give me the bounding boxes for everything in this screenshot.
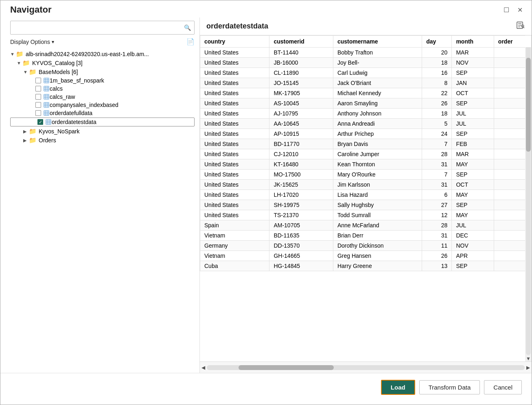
orders-icon: 📁	[29, 137, 37, 144]
scroll-vert-thumb[interactable]	[526, 58, 531, 152]
table-cell: United States	[200, 98, 269, 109]
svg-rect-20	[44, 111, 49, 115]
basemodels-arrow: ▼	[23, 70, 29, 74]
transform-button[interactable]: Transform Data	[419, 380, 480, 394]
checkbox-orderdatetest[interactable]	[37, 119, 43, 125]
checkbox-companysales[interactable]	[35, 102, 41, 108]
checkbox-1m[interactable]	[35, 78, 41, 83]
table-cell: SEP	[452, 98, 494, 109]
table-row: United StatesAS-10045Aaron Smayling26SEP	[200, 98, 532, 109]
table-cell: Michael Kennedy	[333, 88, 422, 98]
table-cell: Joy Bell-	[333, 58, 422, 68]
tree-item-orderdatefull[interactable]: orderdatefulldata	[10, 109, 195, 117]
data-table-wrap: country customerid customername day mont…	[200, 35, 532, 373]
table-cell: 11	[422, 241, 452, 251]
tree-item-companysales[interactable]: companysales_indexbased	[10, 101, 195, 109]
table-cell: United States	[200, 48, 269, 58]
table-row: United StatesAP-10915Arthur Prichep24SEP	[200, 129, 532, 139]
table-row: United StatesAA-10645Anna Andreadi5JUL	[200, 119, 532, 129]
table-cell: OCT	[452, 88, 494, 98]
tree-basemodels[interactable]: ▼ 📁 BaseModels [6]	[10, 68, 195, 76]
table-cell: Germany	[200, 241, 269, 251]
table-cell: Bobby Trafton	[333, 48, 422, 58]
table-icon-1m	[43, 78, 50, 83]
table-cell: United States	[200, 119, 269, 129]
dialog-title: Navigator	[10, 4, 51, 15]
col-order: order	[494, 36, 531, 48]
vertical-scrollbar[interactable]: ▲ ▼	[525, 35, 532, 361]
table-cell: NOV	[452, 241, 494, 251]
cancel-button[interactable]: Cancel	[484, 380, 522, 394]
tree-item-1m[interactable]: 1m_base_sf_nospark	[10, 76, 195, 85]
tree-item-orderdatetest[interactable]: orderdatetestdata	[10, 118, 195, 126]
table-cell: Carl Ludwig	[333, 68, 422, 78]
table-cell: United States	[200, 78, 269, 88]
table-cell: Arthur Prichep	[333, 129, 422, 139]
table-cell: 18	[422, 109, 452, 119]
scroll-horiz-track[interactable]	[207, 365, 525, 370]
title-bar: Navigator ☐ ✕	[0, 0, 532, 17]
table-cell: Lisa Hazard	[333, 190, 422, 200]
orders-label: Orders	[39, 137, 56, 144]
table-cell: Todd Sumrall	[333, 210, 422, 220]
table-cell: Vietnam	[200, 231, 269, 241]
root-arrow: ▼	[10, 52, 16, 57]
table-cell: Anthony Johnson	[333, 109, 422, 119]
maximize-button[interactable]: ☐	[501, 5, 512, 15]
table-cell: HG-14845	[269, 261, 333, 271]
search-input[interactable]	[11, 24, 181, 31]
tree-kyvos-nospark[interactable]: ▶ 📁 Kyvos_NoSpark	[10, 127, 195, 136]
table-row: United StatesJB-16000Joy Bell-18NOV	[200, 58, 532, 68]
display-options-arrow[interactable]: ▾	[52, 39, 54, 45]
table-cell: KT-16480	[269, 159, 333, 170]
table-row: United StatesCJ-12010Caroline Jumper28MA…	[200, 149, 532, 159]
display-options-icon-button[interactable]: 📄	[186, 38, 195, 46]
table-cell: 22	[422, 88, 452, 98]
table-row: United StatesJO-15145Jack O'Briant8JAN	[200, 78, 532, 88]
checkbox-calcs[interactable]	[35, 86, 41, 91]
checkbox-orderdatefull[interactable]	[35, 110, 41, 116]
tree-root[interactable]: ▼ 📁 alb-srinadh20242-624920320.us-east-1…	[10, 50, 195, 59]
close-button[interactable]: ✕	[515, 5, 525, 15]
table-cell: 28	[422, 149, 452, 159]
scroll-vert-track[interactable]	[526, 42, 531, 355]
kyvos-catalog-icon: 📁	[22, 59, 30, 67]
tree-kyvos-catalog[interactable]: ▼ 📁 KYVOS_Catalog [3]	[10, 59, 195, 68]
table-cell: MAY	[452, 210, 494, 220]
table-row: United StatesLH-17020Lisa Hazard6MAY	[200, 190, 532, 200]
table-cell: Brian Derr	[333, 231, 422, 241]
col-customername: customername	[333, 36, 422, 48]
tree-item-calcs[interactable]: calcs	[10, 85, 195, 93]
tree-item-calcs-raw[interactable]: calcs_raw	[10, 93, 195, 101]
table-cell: AP-10915	[269, 129, 333, 139]
table-row: GermanyDD-13570Dorothy Dickinson11NOV	[200, 241, 532, 251]
table-cell: 31	[422, 180, 452, 190]
table-cell: 7	[422, 139, 452, 149]
preview-icon-button[interactable]	[516, 21, 525, 32]
data-table: country customerid customername day mont…	[200, 35, 532, 271]
navigator-dialog: Navigator ☐ ✕ 🔍 Display Options ▾ 📄	[0, 0, 532, 405]
table-cell: Cuba	[200, 261, 269, 271]
table-cell: CJ-12010	[269, 149, 333, 159]
table-row: United StatesJK-15625Jim Karlsson31OCT	[200, 180, 532, 190]
table-cell: Harry Greene	[333, 261, 422, 271]
table-cell: JUL	[452, 109, 494, 119]
scroll-down-arrow[interactable]: ▼	[526, 356, 531, 361]
table-cell: 16	[422, 68, 452, 78]
table-cell: 28	[422, 220, 452, 231]
table-cell: APR	[452, 251, 494, 261]
table-cell: United States	[200, 159, 269, 170]
tree-orders[interactable]: ▶ 📁 Orders	[10, 136, 195, 145]
scroll-left-arrow[interactable]: ◀	[201, 365, 205, 370]
table-cell: BD-11770	[269, 139, 333, 149]
horizontal-scrollbar[interactable]: ◀ ▶	[200, 361, 532, 373]
table-cell: 8	[422, 78, 452, 88]
data-table-scroll[interactable]: country customerid customername day mont…	[200, 35, 532, 361]
scroll-horiz-thumb[interactable]	[239, 365, 334, 370]
table-row: United StatesBD-11770Bryan Davis7FEB	[200, 139, 532, 149]
load-button[interactable]: Load	[381, 380, 415, 395]
checkbox-calcs-raw[interactable]	[35, 94, 41, 100]
display-options-label[interactable]: Display Options	[10, 39, 50, 45]
table-cell: 6	[422, 190, 452, 200]
scroll-right-arrow[interactable]: ▶	[526, 365, 530, 370]
